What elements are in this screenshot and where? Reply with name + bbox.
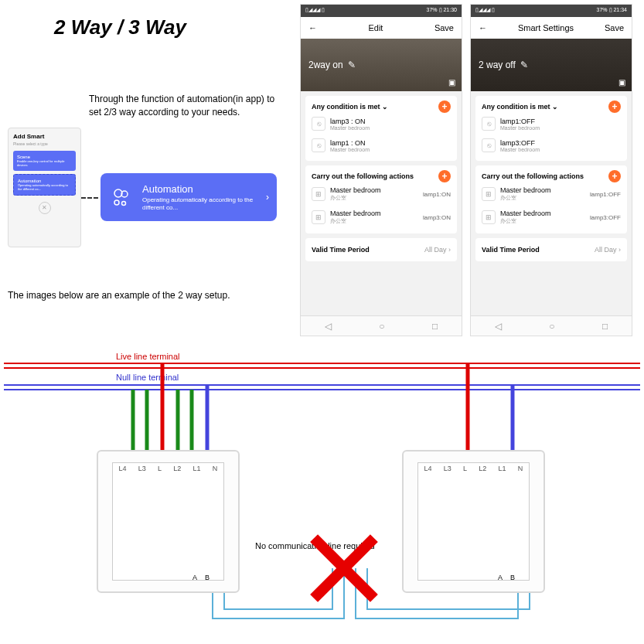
actions-header: Carry out the following actions [312, 172, 414, 180]
nav-home-icon[interactable]: ○ [379, 321, 384, 332]
act-title: Master bedroom [500, 186, 551, 194]
chevron-right-icon: › [266, 192, 269, 203]
act-value: lamp3:OFF [590, 214, 621, 221]
auto-subtitle: Operating automatically according to the… [142, 196, 266, 211]
action-row[interactable]: ⊞ Master bedroom办公室 lamp3:ON [312, 206, 451, 229]
example-note: The images below are an example of the 2… [8, 290, 230, 301]
cond-title: lamp1 : ON [330, 139, 370, 147]
switch-inner: L4L3LL2L1N AB [112, 462, 224, 581]
device-icon: ⎋ [312, 138, 325, 152]
switch-device-right: L4L3LL2L1N AB [402, 450, 545, 593]
nav-back-icon[interactable]: ◁ [325, 321, 332, 332]
mini-card-scene-sub: Enable one-key control for multiple devi… [17, 159, 72, 167]
phone-screenshot-smart-settings: ▯◢◢◢ ▯ 37% ▯ 21:34 ← Smart Settings Save… [470, 4, 632, 336]
close-icon: ✕ [39, 202, 51, 214]
terminals: L4L3LL2L1N [418, 465, 529, 472]
save-button[interactable]: Save [605, 23, 624, 32]
conditions-section: Any condition is met ⌄ + ⎋ lamp1:OFFMast… [475, 96, 627, 161]
image-icon[interactable]: ▣ [618, 78, 625, 87]
valid-value: All Day [424, 246, 447, 254]
banner-title: 2way on [308, 60, 343, 70]
actions-section: Carry out the following actions + ⊞ Mast… [475, 165, 627, 233]
switch-inner: L4L3LL2L1N AB [417, 462, 530, 581]
condition-header[interactable]: Any condition is met ⌄ [482, 103, 558, 111]
condition-header[interactable]: Any condition is met ⌄ [312, 103, 388, 111]
svg-point-2 [114, 200, 119, 205]
device-icon: ⎋ [482, 117, 496, 131]
phone-screenshot-edit: ▯◢◢◢ ▯ 37% ▯ 21:30 ← Edit Save 2way on ✎… [300, 4, 462, 336]
valid-time-row[interactable]: Valid Time Period All Day › [305, 238, 457, 261]
screen-title: Edit [368, 23, 383, 32]
image-icon[interactable]: ▣ [448, 78, 455, 87]
mini-card-auto-sub: Operating automatically according to the… [18, 183, 71, 191]
nav-back-icon[interactable]: ◁ [495, 321, 502, 332]
back-icon[interactable]: ← [479, 23, 487, 32]
mini-card-automation: Automation Operating automatically accor… [13, 174, 76, 196]
act-title: Master bedroom [500, 210, 551, 217]
act-title: Master bedroom [330, 210, 381, 217]
auto-title: Automation [142, 183, 266, 195]
chevron-down-icon: ⌄ [382, 103, 388, 111]
status-left: ▯◢◢◢ ▯ [305, 7, 325, 15]
mini-phone-screenshot: Add Smart Please select a type Scene Ena… [8, 128, 81, 247]
ab-terminals: AB [498, 574, 515, 581]
switch-icon: ⊞ [312, 187, 325, 201]
switch-icon: ⊞ [482, 210, 496, 224]
add-action-button[interactable]: + [438, 170, 451, 182]
condition-row[interactable]: ⎋ lamp3 : ONMaster bedroom [312, 113, 451, 135]
act-title: Master bedroom [330, 186, 381, 194]
ab-terminals: AB [193, 574, 210, 581]
act-sub: 办公室 [500, 194, 551, 202]
switch-icon: ⊞ [312, 210, 325, 224]
android-nav-bar: ◁ ○ □ [301, 315, 462, 336]
valid-label: Valid Time Period [482, 246, 540, 254]
dashed-connector [81, 197, 98, 199]
add-action-button[interactable]: + [608, 170, 621, 182]
action-row[interactable]: ⊞ Master bedroom办公室 lamp1:ON [312, 182, 451, 206]
status-right: 37% ▯ 21:34 [597, 7, 627, 15]
device-icon: ⎋ [482, 138, 496, 152]
status-left: ▯◢◢◢ ▯ [475, 7, 495, 15]
scene-banner[interactable]: 2way on ✎ ▣ [301, 39, 462, 91]
cond-sub: Master bedroom [330, 125, 370, 131]
nav-recent-icon[interactable]: □ [432, 321, 438, 332]
nav-home-icon[interactable]: ○ [549, 321, 554, 332]
nav-recent-icon[interactable]: □ [602, 321, 608, 332]
chevron-down-icon: ⌄ [552, 103, 558, 111]
mini-subheader: Please select a type [13, 141, 76, 146]
add-condition-button[interactable]: + [438, 101, 451, 113]
cond-title: lamp3 : ON [330, 118, 370, 125]
edit-icon[interactable]: ✎ [348, 60, 356, 70]
status-right: 37% ▯ 21:30 [427, 7, 457, 15]
screen-title: Smart Settings [518, 23, 574, 32]
valid-time-row[interactable]: Valid Time Period All Day › [475, 238, 627, 261]
valid-label: Valid Time Period [312, 246, 370, 254]
conditions-section: Any condition is met ⌄ + ⎋ lamp3 : ONMas… [305, 96, 457, 161]
live-line-label: Live line terminal [116, 352, 180, 361]
mini-card-scene: Scene Enable one-key control for multipl… [13, 151, 76, 171]
automation-callout: Automation Operating automatically accor… [101, 173, 277, 221]
add-condition-button[interactable]: + [608, 101, 621, 113]
back-icon[interactable]: ← [308, 23, 317, 32]
scene-banner[interactable]: 2 way off ✎ ▣ [471, 39, 632, 91]
condition-row[interactable]: ⎋ lamp1:OFFMaster bedroom [482, 113, 621, 135]
act-value: lamp1:OFF [590, 191, 621, 198]
cond-sub: Master bedroom [500, 125, 540, 131]
condition-row[interactable]: ⎋ lamp3:OFFMaster bedroom [482, 135, 621, 156]
null-line-label: Null line terminal [116, 373, 179, 382]
actions-section: Carry out the following actions + ⊞ Mast… [305, 165, 457, 233]
valid-value: All Day [595, 246, 617, 254]
edit-icon[interactable]: ✎ [520, 60, 528, 70]
act-sub: 办公室 [330, 217, 381, 225]
save-button[interactable]: Save [434, 23, 454, 32]
page-title: 2 Way / 3 Way [54, 15, 186, 39]
switch-icon: ⊞ [482, 187, 496, 201]
action-row[interactable]: ⊞ Master bedroom办公室 lamp1:OFF [482, 182, 621, 206]
switch-device-left: L4L3LL2L1N AB [97, 450, 240, 593]
cloud-rain-icon [108, 184, 135, 210]
android-nav-bar: ◁ ○ □ [471, 315, 632, 336]
action-row[interactable]: ⊞ Master bedroom办公室 lamp3:OFF [482, 206, 621, 229]
condition-row[interactable]: ⎋ lamp1 : ONMaster bedroom [312, 135, 451, 156]
cond-title: lamp1:OFF [500, 118, 540, 125]
cond-sub: Master bedroom [500, 147, 540, 152]
